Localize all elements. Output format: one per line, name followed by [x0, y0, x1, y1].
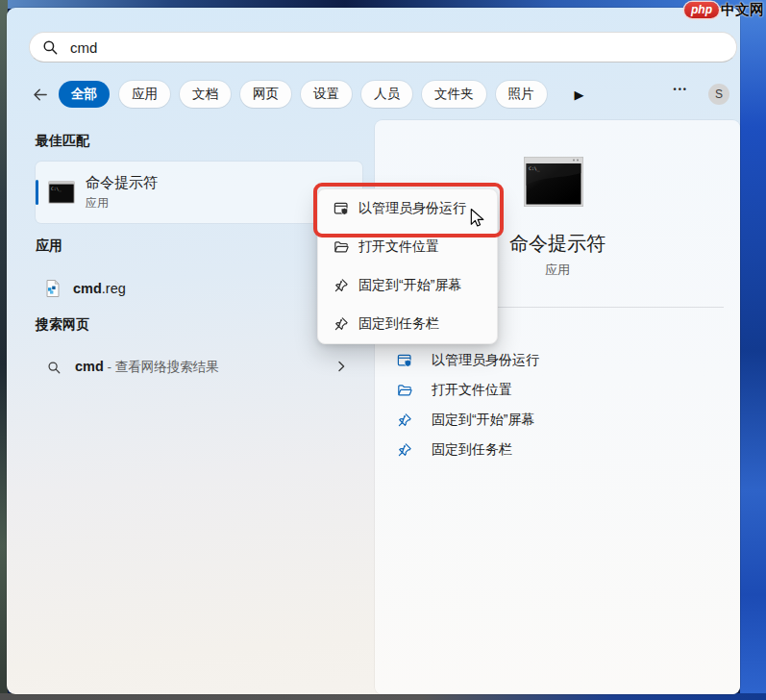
- php-logo-text: 中文网: [721, 1, 764, 19]
- tab-folders[interactable]: 文件夹: [422, 81, 486, 108]
- registry-file-icon: [43, 279, 62, 298]
- result-cmd-reg[interactable]: cmd.reg: [36, 273, 362, 304]
- menu-item-run-as-admin[interactable]: 以管理员身份运行: [318, 189, 497, 228]
- pin-icon: [397, 442, 412, 458]
- web-search-result[interactable]: cmd - 查看网络搜索结果: [36, 352, 355, 383]
- menu-item-label: 固定到“开始”屏幕: [358, 277, 461, 294]
- action-pin-to-start[interactable]: 固定到“开始”屏幕: [375, 405, 740, 435]
- action-label: 固定到“开始”屏幕: [432, 412, 534, 429]
- chevron-right-icon[interactable]: [334, 359, 349, 374]
- menu-item-label: 以管理员身份运行: [358, 200, 466, 217]
- menu-item-pin-to-start[interactable]: 固定到“开始”屏幕: [318, 266, 497, 305]
- pin-icon: [334, 316, 349, 332]
- desktop-wallpaper-bottom: [0, 693, 766, 700]
- action-run-as-admin[interactable]: 以管理员身份运行: [375, 345, 740, 375]
- action-label: 打开文件位置: [432, 382, 512, 399]
- pin-icon: [397, 412, 412, 428]
- run-as-admin-icon: [397, 353, 412, 368]
- action-label: 以管理员身份运行: [432, 352, 539, 369]
- menu-item-open-file-location[interactable]: 打开文件位置: [318, 228, 497, 266]
- tab-apps[interactable]: 应用: [119, 81, 170, 108]
- tab-web[interactable]: 网页: [240, 81, 291, 108]
- web-search-text: cmd - 查看网络搜索结果: [75, 359, 219, 376]
- menu-item-label: 打开文件位置: [358, 238, 439, 256]
- context-menu: 以管理员身份运行 打开文件位置 固定到“开始”屏幕 固定到任务栏: [317, 188, 498, 344]
- web-search-icon: [47, 361, 62, 375]
- menu-item-label: 固定到任务栏: [358, 315, 439, 333]
- action-pin-to-taskbar[interactable]: 固定到任务栏: [375, 435, 740, 464]
- search-box[interactable]: [29, 32, 737, 62]
- php-logo-badge: php: [684, 2, 719, 18]
- search-icon: [42, 39, 59, 56]
- selection-accent-bar: [36, 180, 38, 205]
- tab-all[interactable]: 全部: [59, 81, 110, 108]
- best-match-title: 命令提示符: [86, 174, 158, 192]
- php-cn-logo: php 中文网: [684, 1, 764, 19]
- best-match-result[interactable]: C:\_ 命令提示符 应用: [36, 162, 362, 223]
- menu-item-pin-to-taskbar[interactable]: 固定到任务栏: [318, 305, 497, 343]
- detail-actions: 以管理员身份运行 打开文件位置 固定到“开始”屏幕: [375, 345, 740, 464]
- pin-icon: [334, 278, 349, 293]
- tab-people[interactable]: 人员: [361, 81, 412, 108]
- search-panel: 全部 应用 文档 网页 设置 人员 文件夹 照片 ▶ ••• S 最佳匹配 C:…: [7, 8, 740, 694]
- back-button[interactable]: [27, 82, 52, 107]
- cmd-app-icon-large: C:\_: [524, 157, 583, 207]
- windows-search-flyout: 全部 应用 文档 网页 设置 人员 文件夹 照片 ▶ ••• S 最佳匹配 C:…: [0, 0, 766, 700]
- best-match-subtitle: 应用: [86, 195, 158, 212]
- tab-settings[interactable]: 设置: [301, 81, 352, 108]
- more-tabs-icon[interactable]: ▶: [575, 88, 584, 101]
- filter-toolbar: 全部 应用 文档 网页 设置 人员 文件夹 照片 ▶ ••• S: [27, 81, 738, 108]
- folder-icon: [397, 383, 412, 398]
- folder-icon: [334, 239, 349, 255]
- section-header-best-match: 最佳匹配: [36, 133, 89, 150]
- options-ellipsis-icon[interactable]: •••: [674, 85, 688, 94]
- search-input[interactable]: [68, 38, 687, 57]
- user-avatar[interactable]: S: [708, 84, 729, 105]
- action-open-file-location[interactable]: 打开文件位置: [375, 375, 740, 405]
- action-label: 固定到任务栏: [432, 441, 512, 459]
- section-header-apps: 应用: [36, 238, 62, 255]
- section-header-search-web: 搜索网页: [36, 316, 89, 334]
- result-filename: cmd.reg: [73, 281, 126, 296]
- cmd-app-icon: C:\_: [48, 181, 75, 204]
- run-as-admin-icon: [334, 201, 349, 216]
- tab-photos[interactable]: 照片: [496, 81, 547, 108]
- tab-documents[interactable]: 文档: [180, 81, 231, 108]
- desktop-wallpaper-right: [740, 0, 766, 700]
